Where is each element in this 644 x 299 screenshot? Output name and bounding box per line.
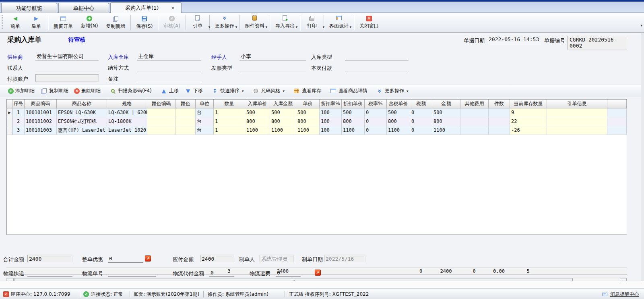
column-header[interactable] bbox=[607, 100, 627, 108]
grid-cell[interactable]: 0 bbox=[365, 108, 387, 117]
grid-cell[interactable]: 800 bbox=[342, 117, 365, 126]
remark-field[interactable] bbox=[137, 74, 201, 82]
grid-cell[interactable]: 1100 bbox=[387, 126, 410, 135]
handler-field[interactable]: 小李 bbox=[239, 52, 306, 60]
contact-field[interactable] bbox=[35, 63, 99, 71]
column-header[interactable]: 税率% bbox=[365, 100, 387, 108]
column-header[interactable]: 金额 bbox=[432, 100, 460, 108]
grid-cell[interactable] bbox=[175, 126, 196, 135]
grid-cell[interactable]: 500 bbox=[245, 108, 270, 117]
grid-cell[interactable]: 800 bbox=[270, 117, 296, 126]
grid-cell[interactable]: 800 bbox=[432, 117, 460, 126]
add-new-button[interactable]: +新增(N) bbox=[77, 13, 102, 32]
grid-cell[interactable]: 100 bbox=[320, 117, 342, 126]
move-up-button[interactable]: ▲上移 bbox=[157, 86, 182, 96]
grid-cell[interactable]: LQ-1800K bbox=[107, 117, 147, 126]
attachments-button[interactable]: 附件资料▾ bbox=[241, 13, 268, 32]
grid-cell[interactable] bbox=[175, 108, 196, 117]
save-button[interactable]: 保存(S) bbox=[132, 13, 157, 32]
print-button[interactable]: 打印▾ bbox=[301, 13, 322, 32]
grid-cell[interactable]: 1 bbox=[214, 117, 245, 126]
size-style-button[interactable]: 尺码风格▾ bbox=[249, 86, 287, 96]
grid-cell[interactable]: 2 bbox=[12, 117, 25, 126]
prev-doc-button[interactable]: ◀前单 bbox=[5, 13, 26, 32]
column-header[interactable]: 单位 bbox=[196, 100, 214, 108]
grid-cell[interactable] bbox=[489, 117, 510, 126]
column-header[interactable]: 含税单价 bbox=[387, 100, 410, 108]
grid-cell[interactable]: 500 bbox=[296, 108, 320, 117]
grid-cell[interactable]: EPSON针式打印机 bbox=[57, 117, 107, 126]
close-window-button[interactable]: ✕关闭窗口 bbox=[355, 13, 383, 32]
grid-cell[interactable]: -26 bbox=[510, 126, 547, 135]
grid-cell[interactable]: 100 bbox=[320, 126, 342, 135]
vertical-scrollbar[interactable] bbox=[641, 33, 644, 281]
order-discount-field[interactable]: 0 bbox=[108, 255, 143, 263]
grid-cell[interactable]: 惠普(HP) LaserJet bbox=[57, 126, 107, 135]
grid-cell[interactable]: 800 bbox=[245, 117, 270, 126]
column-header[interactable]: 颜色编码 bbox=[147, 100, 175, 108]
tab-close-icon[interactable]: × bbox=[171, 3, 175, 13]
grid-cell[interactable]: 0 bbox=[410, 126, 432, 135]
quick-sort-dropdown-arrow[interactable]: ▾ bbox=[242, 89, 244, 93]
grid-cell[interactable]: 22 bbox=[510, 117, 547, 126]
column-header[interactable]: 规格 bbox=[107, 100, 147, 108]
grid-cell[interactable]: 1100 bbox=[245, 126, 270, 135]
grid-cell[interactable]: 1100 bbox=[296, 126, 320, 135]
grid-cell[interactable] bbox=[607, 126, 627, 135]
warehouse-field[interactable]: 主仓库 bbox=[137, 52, 201, 60]
more-actions-button[interactable]: »更多操作▾ bbox=[211, 13, 238, 32]
column-header[interactable]: 入库单价 bbox=[245, 100, 270, 108]
grid-cell[interactable]: 1100 bbox=[342, 126, 365, 135]
table-row[interactable]: 2100101002EPSON针式打印机LQ-1800K台18008008001… bbox=[7, 117, 627, 126]
grid-cell[interactable]: LQ-630K | 620K bbox=[107, 108, 147, 117]
view-product-detail-button[interactable]: 查看商品详情 bbox=[327, 86, 370, 96]
payment-account-field[interactable] bbox=[35, 74, 99, 82]
grid-cell[interactable] bbox=[147, 117, 175, 126]
grid-cell[interactable]: 0 bbox=[410, 117, 432, 126]
grid-cell[interactable]: 500 bbox=[432, 108, 460, 117]
column-header[interactable]: 当前库存数量 bbox=[510, 100, 547, 108]
tab-nav-window[interactable]: 功能导航窗 bbox=[1, 3, 57, 13]
grid-cell[interactable] bbox=[547, 117, 607, 126]
tab-doc-center[interactable]: 单据中心 bbox=[58, 3, 109, 13]
move-down-button[interactable]: ▼下移 bbox=[182, 86, 206, 96]
column-header[interactable]: 引单信息 bbox=[547, 100, 607, 108]
grid-cell[interactable]: LaserJet 1020 bbox=[107, 126, 147, 135]
grid-cell[interactable]: 100101003 bbox=[25, 126, 57, 135]
pull-doc-button[interactable]: 引单▾ bbox=[187, 13, 208, 32]
view-stock-button[interactable]: 查看库存 bbox=[290, 86, 324, 96]
more-detail-actions-dropdown-arrow[interactable]: ▾ bbox=[407, 89, 409, 93]
quick-sort-button[interactable]: ↕快速排序▾ bbox=[208, 86, 247, 96]
supplier-field[interactable]: 爱普生中国有限公司 bbox=[35, 52, 99, 60]
grid-cell[interactable]: 500 bbox=[270, 108, 296, 117]
logistics-no-field[interactable] bbox=[108, 269, 156, 277]
tab-purchase-inbound[interactable]: 采购入库单(1)× bbox=[110, 2, 182, 13]
grid-cell[interactable] bbox=[607, 108, 627, 117]
column-header[interactable]: 入库金额 bbox=[270, 100, 296, 108]
grid-cell[interactable]: 100101002 bbox=[25, 117, 57, 126]
import-export-button[interactable]: 导入导出▾ bbox=[271, 13, 299, 32]
column-header[interactable]: 序号 bbox=[12, 100, 25, 108]
size-style-dropdown-arrow[interactable]: ▾ bbox=[283, 89, 285, 93]
grid-cell[interactable]: 100101001 bbox=[25, 108, 57, 117]
delete-detail-button[interactable]: ✕删除明细 bbox=[71, 86, 103, 96]
column-header[interactable]: 折扣率% bbox=[320, 100, 342, 108]
grid-cell[interactable] bbox=[460, 117, 489, 126]
scan-barcode-button[interactable]: 扫描条形码(F4) bbox=[106, 86, 155, 96]
copy-detail-button[interactable]: 复制明细 bbox=[37, 86, 71, 96]
grid-cell[interactable]: 1100 bbox=[432, 126, 460, 135]
table-row[interactable]: 3100101003惠普(HP) LaserJetLaserJet 1020台1… bbox=[7, 126, 627, 135]
grid-cell[interactable]: 800 bbox=[387, 117, 410, 126]
grid-cell[interactable] bbox=[607, 117, 627, 126]
logistics-cod-amount-field[interactable]: 0 bbox=[209, 269, 234, 277]
grid-cell[interactable]: 台 bbox=[196, 126, 214, 135]
grid-cell[interactable]: 500 bbox=[387, 108, 410, 117]
grid-cell[interactable]: 9 bbox=[510, 108, 547, 117]
grid-cell[interactable]: 0 bbox=[365, 117, 387, 126]
grid-cell[interactable] bbox=[547, 108, 607, 117]
grid-cell[interactable]: 800 bbox=[296, 117, 320, 126]
invoice-type-field[interactable] bbox=[239, 63, 306, 71]
grid-cell[interactable] bbox=[489, 108, 510, 117]
grid-cell[interactable]: 3 bbox=[12, 126, 25, 135]
grid-cell[interactable] bbox=[489, 126, 510, 135]
